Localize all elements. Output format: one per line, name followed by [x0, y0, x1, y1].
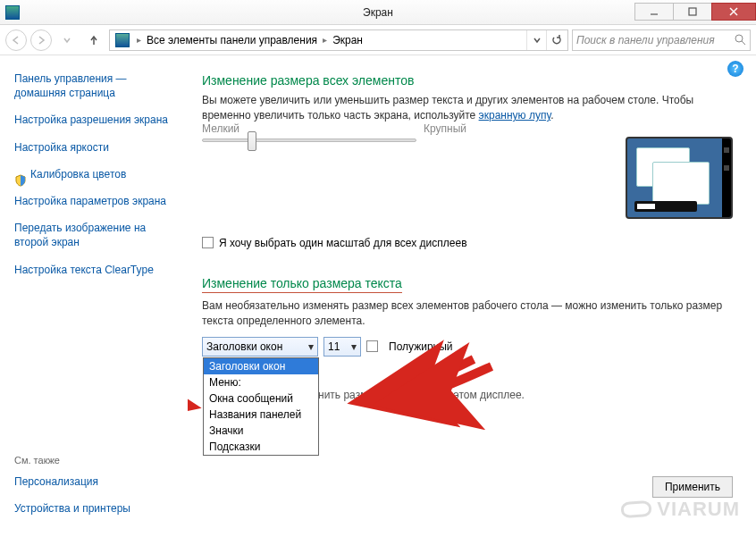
option-title-bars[interactable]: Заголовки окон [204, 358, 318, 374]
display-preview-icon [626, 137, 733, 219]
section1-title: Изменение размера всех элементов [202, 73, 733, 88]
nav-toolbar: ▸ Все элементы панели управления ▸ Экран… [0, 25, 756, 55]
chevron-right-icon: ▸ [137, 35, 141, 45]
option-icons[interactable]: Значки [204, 423, 318, 439]
option-message-boxes[interactable]: Окна сообщений [204, 390, 318, 407]
sidebar-item-home[interactable]: Панель управления — домашняя страница [14, 71, 179, 100]
sidebar-item-project[interactable]: Передать изображение на второй экран [14, 221, 179, 249]
element-select-value: Заголовки окон [206, 340, 282, 353]
shield-icon [14, 174, 27, 187]
back-button[interactable] [5, 29, 27, 51]
watermark: VIARUM [621, 498, 740, 521]
single-scale-checkbox[interactable] [202, 237, 214, 248]
watermark-text: VIARUM [657, 498, 740, 521]
apply-label: Применить [665, 481, 720, 493]
sidebar-item-cleartype[interactable]: Настройка текста ClearType [14, 263, 179, 277]
bold-label: Полужирный [389, 340, 453, 353]
app-icon [5, 5, 20, 20]
search-icon [734, 33, 746, 48]
info-text: нить размер элементов на этом дисплее. [318, 389, 525, 401]
close-button[interactable] [711, 3, 756, 21]
breadcrumb-root[interactable]: Все элементы панели управления [145, 34, 319, 46]
up-button[interactable] [82, 29, 105, 52]
breadcrumb-leaf[interactable]: Экран [331, 34, 365, 46]
content-pane: ? Изменение размера всех элементов Вы мо… [188, 55, 756, 537]
help-icon[interactable]: ? [727, 61, 743, 77]
refresh-button[interactable] [546, 30, 566, 50]
section1-body-prefix: Вы можете увеличить или уменьшить размер… [202, 94, 693, 122]
option-menus[interactable]: Меню: [204, 374, 318, 390]
see-also-personalization[interactable]: Персонализация [14, 474, 179, 489]
slider-thumb[interactable] [248, 131, 256, 151]
scale-slider[interactable] [202, 138, 416, 142]
sidebar-item-resolution[interactable]: Настройка разрешения экрана [14, 113, 179, 127]
section1-body-suffix: . [550, 109, 553, 122]
magnifier-link[interactable]: экранную лупу [479, 109, 551, 122]
option-palette-titles[interactable]: Названия панелей [204, 407, 318, 423]
sidebar: Панель управления — домашняя страница На… [0, 55, 188, 537]
option-tooltips[interactable]: Подсказки [204, 439, 318, 455]
infinity-icon [621, 500, 652, 518]
see-also-label: См. также [14, 455, 179, 466]
maximize-button[interactable] [673, 3, 712, 21]
sidebar-item-display-settings[interactable]: Настройка параметров экрана [14, 194, 179, 208]
section2-body: Вам необязательно изменять размер всех э… [202, 298, 733, 330]
apply-button[interactable]: Применить [652, 476, 733, 498]
recent-dropdown-icon[interactable] [55, 29, 79, 52]
svg-point-5 [735, 35, 743, 42]
minimize-button[interactable] [634, 3, 674, 21]
slider-label-large: Крупный [424, 122, 466, 135]
section1-body: Вы можете увеличить или уменьшить размер… [202, 93, 733, 124]
section2-title: Изменение только размера текста [202, 276, 402, 293]
chevron-down-icon: ▾ [351, 340, 357, 353]
search-placeholder: Поиск в панели управления [576, 34, 715, 46]
titlebar: Экран [0, 0, 756, 25]
address-bar[interactable]: ▸ Все элементы панели управления ▸ Экран [109, 29, 568, 51]
address-drop-icon[interactable] [526, 30, 546, 50]
font-size-select[interactable]: 11 ▾ [323, 337, 361, 357]
annotation-arrows [188, 55, 756, 537]
svg-line-6 [742, 41, 745, 45]
chevron-down-icon: ▾ [308, 340, 314, 353]
search-input[interactable]: Поиск в панели управления [572, 29, 751, 51]
control-panel-icon [115, 33, 130, 47]
see-also-devices[interactable]: Устройства и принтеры [14, 501, 179, 516]
chevron-right-icon: ▸ [323, 35, 327, 45]
element-select-dropdown: Заголовки окон Меню: Окна сообщений Назв… [203, 357, 319, 456]
single-scale-label: Я хочу выбрать один масштаб для всех дис… [219, 237, 467, 249]
element-select[interactable]: Заголовки окон ▾ Заголовки окон Меню: Ок… [202, 337, 318, 357]
svg-rect-1 [689, 8, 696, 15]
sidebar-item-color-calibration[interactable]: Калибровка цветов [30, 167, 126, 181]
forward-button[interactable] [30, 29, 52, 51]
bold-checkbox[interactable] [366, 340, 378, 352]
sidebar-item-brightness[interactable]: Настройка яркости [14, 140, 179, 155]
slider-label-small: Мелкий [202, 122, 239, 135]
font-size-value: 11 [328, 340, 340, 353]
